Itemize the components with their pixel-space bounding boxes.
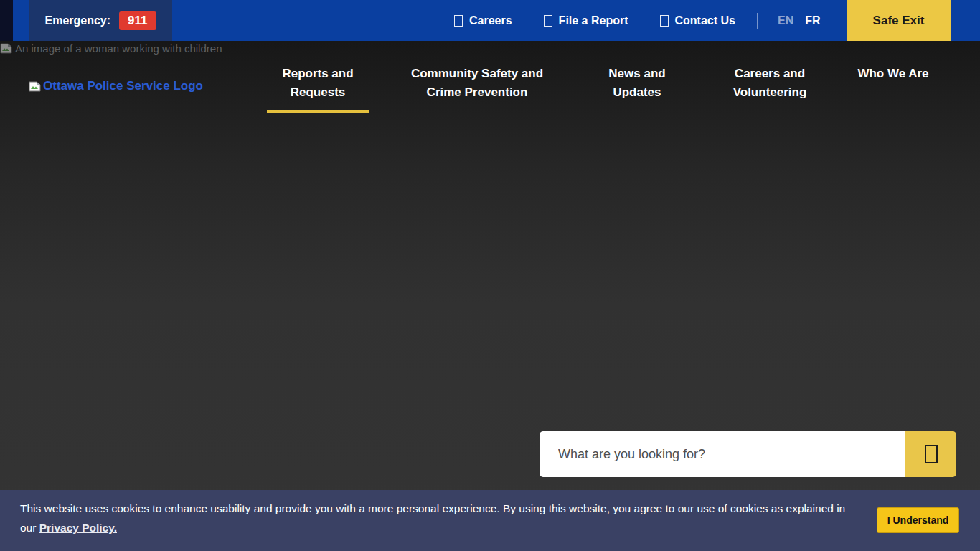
nav-item-reports-and-requests[interactable]: Reports and Requests xyxy=(264,65,372,113)
language-toggle-en: EN xyxy=(778,14,793,27)
search-input[interactable] xyxy=(540,431,905,477)
language-divider xyxy=(757,13,758,29)
emergency-label: Emergency: xyxy=(44,14,110,27)
top-utility-bar: Emergency: 911 Careers File a Report Con… xyxy=(0,0,980,41)
file-a-report-missing-glyph-icon xyxy=(544,15,552,27)
search-button[interactable] xyxy=(905,431,956,477)
nav-item-label: Community Safety and Crime Prevention xyxy=(411,67,543,99)
nav-item-community-safety[interactable]: Community Safety and Crime Prevention xyxy=(393,65,561,102)
contact-us-link[interactable]: Contact Us xyxy=(660,14,735,27)
privacy-policy-link[interactable]: Privacy Policy. xyxy=(39,522,117,534)
hero-broken-image: An image of a woman working with childre… xyxy=(0,42,222,55)
site-search-bar xyxy=(540,431,956,477)
emergency-block: Emergency: 911 xyxy=(29,0,172,41)
safe-exit-button[interactable]: Safe Exit xyxy=(847,0,951,41)
contact-us-link-label: Contact Us xyxy=(675,14,735,27)
topbar-left-dark-strip xyxy=(0,0,13,41)
broken-image-icon xyxy=(29,81,41,92)
cookie-consent-banner: This website uses cookies to enhance usa… xyxy=(0,490,980,551)
nav-item-careers-and-volunteering[interactable]: Careers and Volunteering xyxy=(723,65,816,102)
nav-item-news-and-updates[interactable]: News and Updates xyxy=(601,65,673,102)
active-nav-underline xyxy=(267,110,369,113)
broken-image-icon xyxy=(0,43,12,54)
logo-alt-text: Ottawa Police Service Logo xyxy=(43,79,203,93)
language-toggle-fr[interactable]: FR xyxy=(805,14,820,27)
page: Emergency: 911 Careers File a Report Con… xyxy=(0,0,980,551)
nav-item-label: Careers and Volunteering xyxy=(733,67,807,99)
careers-missing-glyph-icon xyxy=(454,15,463,27)
file-a-report-link[interactable]: File a Report xyxy=(544,14,628,27)
contact-us-missing-glyph-icon xyxy=(660,15,669,27)
nav-item-who-we-are[interactable]: Who We Are xyxy=(839,65,947,83)
topbar-links: Careers File a Report Contact Us EN FR xyxy=(454,0,821,41)
cookie-message-text: This website uses cookies to enhance usa… xyxy=(20,502,845,534)
logo-link[interactable]: Ottawa Police Service Logo xyxy=(29,79,203,93)
nav-item-label: Reports and Requests xyxy=(282,67,353,99)
cookie-message: This website uses cookies to enhance usa… xyxy=(20,499,863,537)
file-a-report-link-label: File a Report xyxy=(559,14,628,27)
hero-image-alt-text: An image of a woman working with childre… xyxy=(15,42,222,55)
careers-link-label: Careers xyxy=(469,14,512,27)
search-missing-glyph-icon xyxy=(925,445,938,463)
nav-item-label: News and Updates xyxy=(608,67,665,99)
emergency-911-badge: 911 xyxy=(119,11,156,30)
i-understand-button[interactable]: I Understand xyxy=(877,507,959,533)
nav-item-label: Who We Are xyxy=(857,67,928,80)
careers-link[interactable]: Careers xyxy=(454,14,512,27)
